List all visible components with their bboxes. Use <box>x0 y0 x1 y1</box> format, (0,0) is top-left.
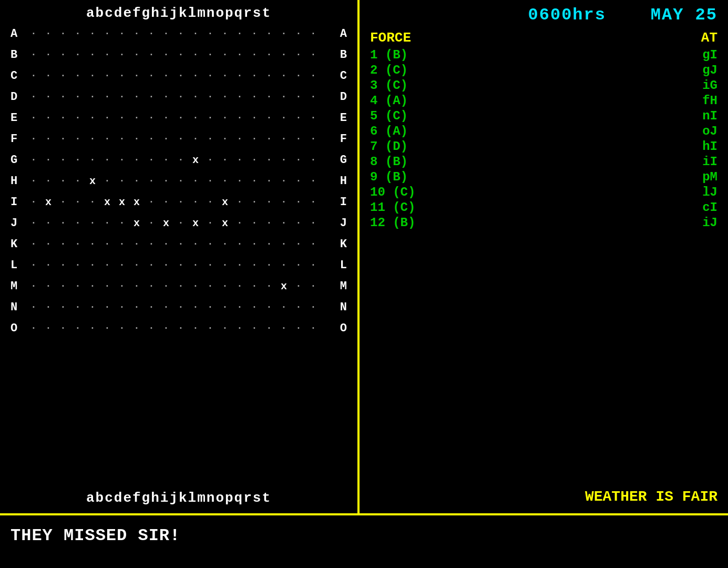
dot-cell: · <box>232 302 247 312</box>
dot-cell: · <box>41 323 56 333</box>
dot-cell: · <box>56 176 70 186</box>
dot-cell: · <box>159 176 173 186</box>
dot-cell: · <box>276 239 291 249</box>
dot-cell: · <box>70 134 85 144</box>
dot-cell: · <box>188 281 203 291</box>
force-row: 11 (C)cI <box>370 200 717 215</box>
dot-cell: · <box>144 302 159 312</box>
dot-cell: · <box>262 113 276 123</box>
row-label-right: B <box>331 48 347 62</box>
row-content: ···················· <box>26 255 331 276</box>
dot-cell: · <box>291 134 306 144</box>
x-mark: x <box>188 154 203 166</box>
dot-cell: · <box>85 323 100 333</box>
dot-cell: · <box>232 113 247 123</box>
dot-cell: · <box>85 70 100 81</box>
row-label-left: F <box>11 133 26 146</box>
dot-cell: · <box>100 49 115 60</box>
dot-cell: · <box>173 260 188 270</box>
dot-cell: · <box>70 176 85 186</box>
dot-cell: · <box>70 70 85 81</box>
row-label-left: J <box>11 217 26 230</box>
row-content: ···················· <box>26 23 331 44</box>
dot-cell: · <box>159 134 173 144</box>
dot-cell: · <box>70 155 85 165</box>
dot-cell: · <box>56 155 70 165</box>
force-name: 10 (C) <box>370 185 475 199</box>
dot-cell: · <box>262 323 276 333</box>
dot-cell: · <box>291 176 306 186</box>
dot-cell: · <box>85 281 100 291</box>
row-label-left: E <box>11 111 26 125</box>
dot-cell: · <box>203 49 218 60</box>
dot-cell: · <box>218 28 232 39</box>
dot-cell: · <box>218 49 232 60</box>
dot-cell: · <box>159 197 173 207</box>
dot-cell: · <box>173 49 188 60</box>
dot-cell: · <box>70 49 85 60</box>
row-label-right: L <box>331 259 347 272</box>
dot-cell: · <box>262 260 276 270</box>
dot-cell: · <box>188 70 203 81</box>
dot-cell: · <box>85 239 100 249</box>
dot-cell: · <box>70 239 85 249</box>
grid-row: I·x···xxx·····x······I <box>11 191 347 212</box>
dot-cell: · <box>262 281 276 291</box>
dot-cell: · <box>232 260 247 270</box>
force-name: 4 (A) <box>370 94 475 108</box>
grid-row: C····················C <box>11 65 347 86</box>
dot-cell: · <box>26 260 41 270</box>
grid-row: M·················x··M <box>11 276 347 297</box>
dot-cell: · <box>56 218 70 228</box>
dot-cell: · <box>129 70 144 81</box>
dot-cell: · <box>262 155 276 165</box>
dot-cell: · <box>291 113 306 123</box>
dot-cell: · <box>100 218 115 228</box>
dot-cell: · <box>173 176 188 186</box>
dot-cell: · <box>100 302 115 312</box>
force-row: 3 (C)iG <box>370 78 717 93</box>
dot-cell: · <box>173 92 188 102</box>
dot-cell: · <box>276 134 291 144</box>
grid-row: L····················L <box>11 255 347 276</box>
dot-cell: · <box>247 260 262 270</box>
dot-cell: · <box>247 302 262 312</box>
dot-cell: · <box>159 155 173 165</box>
dot-cell: · <box>129 113 144 123</box>
dot-cell: · <box>100 134 115 144</box>
dot-cell: · <box>85 197 100 207</box>
dot-cell: · <box>291 197 306 207</box>
dot-cell: · <box>203 28 218 39</box>
dot-cell: · <box>218 323 232 333</box>
bottom-section: THEY MISSED SIR! <box>0 515 728 568</box>
dot-cell: · <box>173 197 188 207</box>
dot-cell: · <box>159 260 173 270</box>
force-name: 1 (B) <box>370 48 475 62</box>
row-label-right: I <box>331 196 347 209</box>
dot-cell: · <box>70 281 85 291</box>
dot-cell: · <box>203 70 218 81</box>
x-mark: x <box>115 196 129 208</box>
dot-cell: · <box>306 239 321 249</box>
dot-cell: · <box>129 239 144 249</box>
dot-cell: · <box>262 134 276 144</box>
dot-cell: · <box>41 218 56 228</box>
dot-cell: · <box>144 323 159 333</box>
dot-cell: · <box>306 197 321 207</box>
dot-cell: · <box>232 70 247 81</box>
dot-cell: · <box>203 260 218 270</box>
row-label-left: A <box>11 27 26 40</box>
dot-cell: · <box>218 302 232 312</box>
dot-cell: · <box>26 28 41 39</box>
dot-cell: · <box>41 281 56 291</box>
force-at-value: cI <box>665 200 717 215</box>
dot-cell: · <box>129 176 144 186</box>
dot-cell: · <box>159 49 173 60</box>
force-col-header: FORCE <box>370 30 475 46</box>
force-row: 8 (B)iI <box>370 155 717 169</box>
row-label-left: K <box>11 238 26 251</box>
dot-cell: · <box>41 260 56 270</box>
dot-cell: · <box>173 323 188 333</box>
dot-cell: · <box>306 113 321 123</box>
force-row: 1 (B)gI <box>370 48 717 62</box>
